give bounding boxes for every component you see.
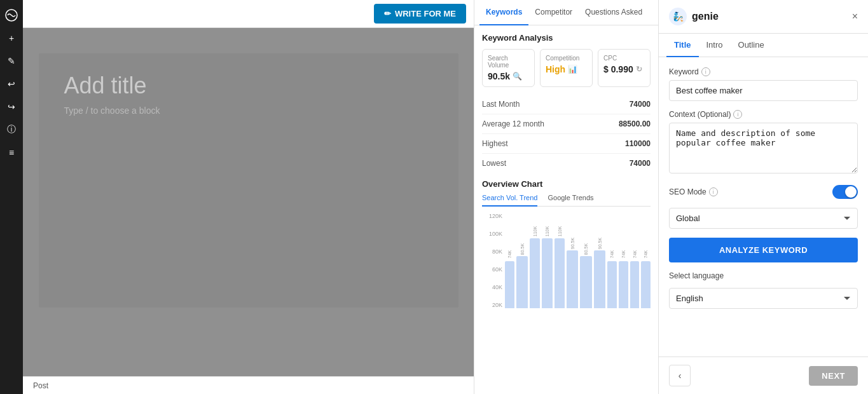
stat-card-competition: Competition High 📊 [540,49,593,87]
seo-mode-toggle[interactable] [832,185,858,199]
editor-title-placeholder[interactable]: Add title [39,53,458,105]
bar [619,261,628,308]
competition-icon: 📊 [568,65,577,74]
stat-card-cpc: CPC $ 0.990 ↻ [598,49,651,87]
redo-icon[interactable]: ↪ [1,97,22,117]
keyword-data-rows: Last Month 74000 Average 12 month 88500.… [482,95,651,173]
bar [530,238,540,308]
keyword-field: Keyword i [669,67,858,101]
seo-mode-label: SEO Mode [669,187,706,196]
global-select-field: Global Local National [669,208,858,229]
bar-label: 80.5K [516,243,528,255]
keyword-info-icon[interactable]: i [701,67,710,76]
bar [641,261,651,308]
bar-label: 80.5K [581,243,592,255]
bar-chart: 120K 100K 80K 60K 40K 20K 74K80.5K110K11… [482,213,651,327]
keyword-stats-row: Search Volume 90.5k 🔍 Competition High 📊… [482,49,651,87]
bar-label: 74K [629,250,640,257]
bar [567,250,578,308]
context-field-label: Context (Optional) [669,110,731,119]
language-section: Select language English Spanish French G… [669,271,858,309]
bar-label: 90.5K [594,238,605,249]
language-label: Select language [669,271,724,280]
language-select[interactable]: English Spanish French German [669,288,858,309]
menu-icon[interactable]: ≡ [1,142,22,163]
editor-wrap: ✏ WRITE FOR ME Add title Type / to choos… [23,0,474,394]
editor-block-placeholder[interactable]: Type / to choose a block [39,105,458,135]
keyword-input[interactable] [669,80,858,101]
genie-logo-icon: 🧞 [669,8,687,25]
genie-panel: 🧞 genie × Title Intro Outline Keyword i … [658,0,868,394]
bar-item: 80.5K [580,213,591,308]
data-row-avg-12: Average 12 month 88500.00 [482,114,651,134]
bar-label: 110K [529,226,541,236]
bar-item: 74K [630,213,640,308]
edit-icon[interactable]: ✎ [1,51,22,71]
chart-tab-google-trends[interactable]: Google Trends [548,194,593,207]
editor-page: Add title Type / to choose a block [39,53,458,308]
bar [542,238,552,308]
keyword-field-label: Keyword [669,67,699,76]
top-toolbar: ✏ WRITE FOR ME [23,0,474,28]
seo-mode-info-icon[interactable]: i [709,187,718,196]
genie-body: Keyword i Context (Optional) i Name and … [659,57,868,357]
bar-label: 74K [606,250,617,257]
search-icon: 🔍 [513,72,522,81]
write-for-me-button[interactable]: ✏ WRITE FOR ME [374,4,466,24]
wp-toolbar: + ✎ ↩ ↪ ⓘ ≡ [0,0,23,394]
analyze-keyword-button[interactable]: ANALYZE KEYWORD [669,238,858,262]
stat-card-search-volume: Search Volume 90.5k 🔍 [482,49,535,87]
tab-questions-asked[interactable]: Questions Asked [579,0,649,25]
overview-chart-section: Overview Chart Search Vol. Trend Google … [482,179,651,327]
global-select[interactable]: Global Local National [669,208,858,229]
data-row-lowest: Lowest 74000 [482,154,651,173]
genie-title: genie [692,11,719,22]
bar-item: 74K [619,213,628,308]
bar-item: 110K [542,213,552,308]
next-button[interactable]: NEXT [809,366,858,386]
genie-close-button[interactable]: × [852,11,858,22]
editor-canvas: Add title Type / to choose a block [23,28,474,376]
bar-item: 90.5K [567,213,578,308]
context-info-icon[interactable]: i [733,110,742,119]
bar-label: 74K [504,250,515,257]
context-textarea[interactable]: Name and description of some popular cof… [669,123,858,173]
add-block-button[interactable]: + [1,28,22,48]
back-button[interactable]: ‹ [669,365,691,386]
wp-logo-icon[interactable] [1,5,22,25]
bar-label: 74K [617,250,629,257]
tab-keywords[interactable]: Keywords [479,0,528,25]
chart-title: Overview Chart [482,179,651,189]
keyword-panel-body: Keyword Analysis Search Volume 90.5k 🔍 C… [474,25,658,394]
genie-tabs: Title Intro Outline [659,34,868,57]
bar-item: 80.5K [516,213,528,308]
undo-icon[interactable]: ↩ [1,74,22,94]
bar [555,238,565,308]
chart-tab-search-vol[interactable]: Search Vol. Trend [482,194,537,207]
tab-competitor[interactable]: Competitor [528,0,579,25]
bar [505,261,514,308]
data-row-last-month: Last Month 74000 [482,95,651,114]
genie-tab-title[interactable]: Title [666,34,699,57]
keyword-analysis-title: Keyword Analysis [482,33,651,43]
bar-item: 90.5K [594,213,605,308]
keyword-panel: Keywords Competitor Questions Asked Keyw… [474,0,658,394]
bar [580,256,591,308]
bar-label: 110K [554,226,565,236]
bar [594,250,605,308]
bar [630,261,640,308]
genie-header: 🧞 genie × [659,0,868,34]
bar-item: 74K [641,213,651,308]
bar-label: 74K [640,250,652,257]
bar [516,256,528,308]
genie-logo: 🧞 genie [669,8,719,25]
bar-item: 110K [555,213,565,308]
seo-mode-field: SEO Mode i [669,185,858,199]
genie-tab-intro[interactable]: Intro [699,34,731,57]
write-pencil-icon: ✏ [384,9,391,18]
bar-label: 90.5K [567,238,578,249]
chart-tabs: Search Vol. Trend Google Trends [482,194,651,207]
bar-item: 110K [530,213,540,308]
info-icon[interactable]: ⓘ [1,119,22,140]
genie-tab-outline[interactable]: Outline [731,34,772,57]
